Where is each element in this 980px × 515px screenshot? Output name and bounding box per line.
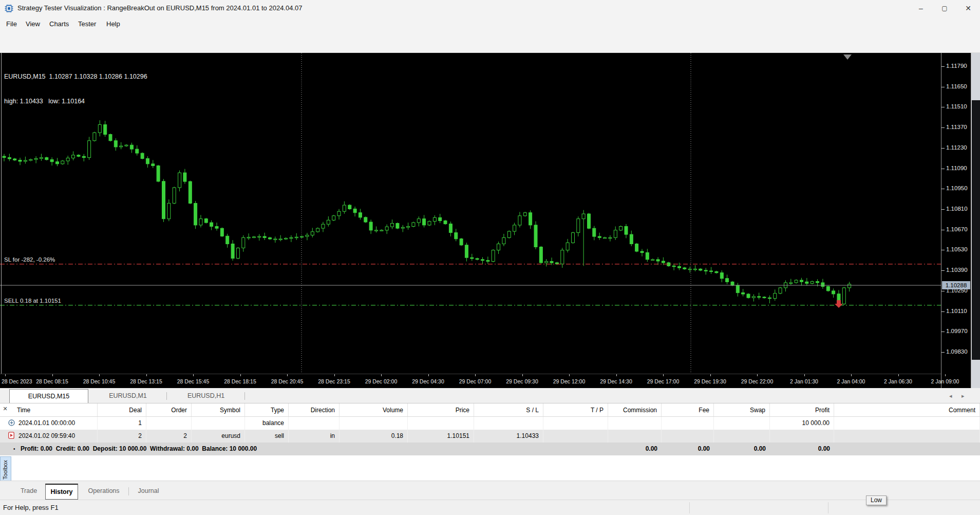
column-header-fee[interactable]: Fee: [662, 403, 714, 416]
sell-deal-icon: [8, 432, 14, 439]
time-axis-label: 28 Dec 23:15: [318, 378, 350, 384]
history-cell: 1.10433: [474, 430, 543, 443]
menu-tester[interactable]: Tester: [76, 17, 98, 31]
time-axis-label: 29 Dec 02:00: [365, 378, 397, 384]
time-axis-label: 2 Jan 09:00: [931, 378, 959, 384]
history-cell: balance: [245, 417, 289, 430]
price-axis-label: 1.11230: [946, 144, 967, 151]
time-axis-label: 28 Dec 10:45: [83, 378, 115, 384]
time-tick: [287, 374, 288, 376]
time-tick: [475, 374, 476, 376]
time-tick: [569, 374, 570, 376]
history-row[interactable]: 2024.01.01 00:00:001balance10 000.00: [0, 417, 980, 430]
time-axis-label: 29 Dec 04:30: [412, 378, 444, 384]
menu-bar: File View Charts Tester Help: [0, 17, 980, 31]
time-tick: [663, 374, 664, 376]
menu-charts[interactable]: Charts: [47, 17, 71, 31]
history-cell: eurusd: [192, 430, 245, 443]
time-tick: [898, 374, 899, 376]
time-axis[interactable]: 28 Dec 202328 Dec 08:1528 Dec 10:4528 De…: [0, 374, 941, 389]
close-toolbox-icon[interactable]: ✕: [2, 405, 9, 412]
column-header-comment[interactable]: Comment: [834, 403, 980, 416]
chart-tab-bar: EURUSD,M15 EURUSD,M1 EURUSD,H1 ◂ ▸: [0, 388, 980, 403]
column-header-profit[interactable]: Profit: [770, 403, 834, 416]
time-tick: [193, 374, 194, 376]
column-header-time[interactable]: Time: [0, 403, 98, 416]
history-cell: [408, 417, 474, 430]
low-tooltip: Low: [866, 495, 887, 505]
history-row[interactable]: 2024.01.02 09:59:4022eurusdsellin0.181.1…: [0, 430, 980, 443]
toolbox-label: Toolbox: [2, 460, 8, 480]
price-axis[interactable]: 1.117901.116501.115101.113701.112301.110…: [941, 53, 971, 388]
status-separator: [689, 502, 690, 513]
time-tick: [710, 374, 711, 376]
price-tick: [941, 291, 945, 291]
tab-history[interactable]: History: [45, 484, 78, 500]
chart-header-line2: high: 1.10433 low: 1.10164: [4, 97, 147, 105]
column-header-deal[interactable]: Deal: [98, 403, 146, 416]
tab-eurusd-h1[interactable]: EURUSD,H1: [174, 389, 238, 403]
time-axis-label: 29 Dec 17:00: [647, 378, 679, 384]
column-header-direction[interactable]: Direction: [289, 403, 340, 416]
price-tick: [941, 332, 945, 332]
price-tick: [941, 87, 945, 87]
column-header-order[interactable]: Order: [146, 403, 192, 416]
menu-file[interactable]: File: [4, 17, 19, 31]
history-cell: 2: [146, 430, 192, 443]
history-cell: 1.10151: [408, 430, 474, 443]
column-header-type[interactable]: Type: [245, 403, 289, 416]
chart-left-border: [1, 53, 2, 374]
time-tick: [240, 374, 241, 376]
status-bar: For Help, press F1: [0, 500, 980, 515]
price-axis-label: 1.11790: [946, 63, 967, 69]
time-axis-label: 29 Dec 09:30: [506, 378, 538, 384]
column-header-t-p[interactable]: T / P: [543, 403, 608, 416]
tab-trade[interactable]: Trade: [15, 484, 42, 500]
sell-line-label: SELL 0.18 at 1.10151: [4, 298, 61, 304]
menu-view[interactable]: View: [24, 17, 42, 31]
tab-eurusd-m15[interactable]: EURUSD,M15: [9, 389, 88, 403]
price-axis-label: 1.10110: [946, 308, 967, 314]
tab-scroll-left-icon[interactable]: ◂: [949, 393, 952, 399]
history-cell: [834, 417, 980, 430]
close-button[interactable]: ✕: [956, 0, 980, 17]
maximize-button[interactable]: ▢: [933, 0, 956, 17]
tab-journal[interactable]: Journal: [133, 484, 164, 500]
history-cell: [543, 430, 608, 443]
column-header-commission[interactable]: Commission: [608, 403, 662, 416]
column-header-s-l[interactable]: S / L: [474, 403, 543, 416]
history-cell: [146, 417, 192, 430]
summary-swap: 0.00: [754, 443, 766, 455]
price-axis-label: 1.11090: [946, 165, 967, 171]
tab-separator: [128, 487, 129, 495]
time-axis-label: 29 Dec 12:00: [553, 378, 585, 384]
tab-scroll-right-icon[interactable]: ▸: [962, 393, 965, 399]
price-tick: [941, 352, 945, 353]
history-cell: [192, 417, 245, 430]
price-tick: [941, 189, 945, 189]
chart-header-line1: EURUSD,M15 1.10287 1.10328 1.10286 1.102…: [4, 72, 147, 81]
minimize-button[interactable]: –: [909, 0, 933, 17]
history-cell: [714, 417, 770, 430]
toolbar: Skip to 2024.01.02 08:50: [0, 31, 980, 53]
chart-vertical-scrollbar[interactable]: [971, 53, 980, 388]
history-cell: 0.18: [340, 430, 408, 443]
column-header-symbol[interactable]: Symbol: [192, 403, 245, 416]
app-icon: [5, 4, 13, 13]
cell-time: 2024.01.01 00:00:00: [18, 419, 75, 427]
time-tick: [334, 374, 335, 376]
tab-eurusd-m1[interactable]: EURUSD,M1: [96, 389, 160, 403]
stop-loss-line-label: SL for -282, -0.26%: [4, 256, 55, 263]
tab-operations[interactable]: Operations: [81, 484, 126, 500]
history-cell: 1: [98, 417, 146, 430]
time-tick: [757, 374, 758, 376]
price-axis-label: 1.10390: [946, 267, 968, 273]
column-header-volume[interactable]: Volume: [340, 403, 408, 416]
column-header-price[interactable]: Price: [408, 403, 474, 416]
time-tick: [804, 374, 805, 376]
price-tick: [941, 127, 945, 128]
history-cell: [834, 430, 980, 443]
scrollbar-thumb[interactable]: [972, 100, 980, 360]
menu-help[interactable]: Help: [104, 17, 122, 31]
column-header-swap[interactable]: Swap: [714, 403, 770, 416]
